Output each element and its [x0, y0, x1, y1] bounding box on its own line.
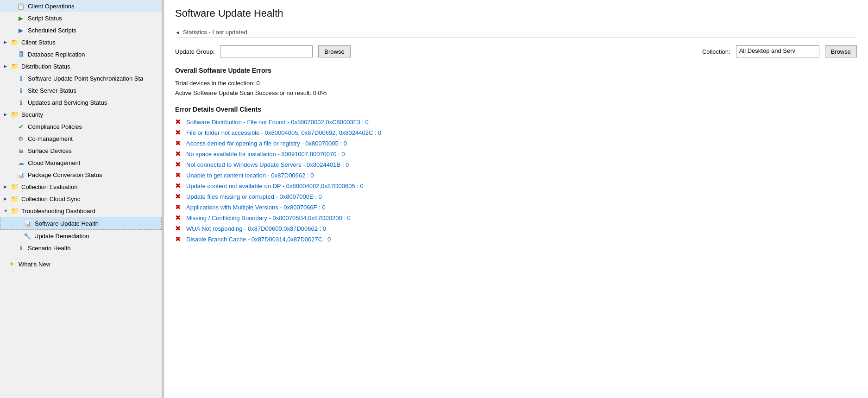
expand-arrow: ▶ — [4, 196, 9, 201]
sidebar: 📋Client Operations▶Script Status▶Schedul… — [0, 0, 162, 398]
sidebar-item-label: Updates and Servicing Status — [28, 99, 107, 106]
sidebar-item-collection-cloud-sync[interactable]: ▶📁Collection Cloud Sync — [0, 193, 162, 205]
error-details-title: Error Details Overall Clients — [175, 106, 857, 113]
arrow-icon: ▶ — [17, 14, 25, 22]
sidebar-item-collection-evaluation[interactable]: ▶📁Collection Evaluation — [0, 181, 162, 193]
error-icon: ✖ — [175, 160, 182, 169]
sidebar-item-site-server-status[interactable]: ℹSite Server Status — [0, 84, 162, 96]
arrow-blue-icon: ▶ — [17, 26, 25, 34]
sidebar-item-label: What's New — [19, 261, 50, 268]
error-icon: ✖ — [175, 214, 182, 222]
update-group-input[interactable] — [220, 45, 313, 57]
sidebar-item-scenario-health[interactable]: ℹScenario Health — [0, 242, 162, 254]
info-icon: ℹ — [17, 86, 25, 95]
error-link[interactable]: File or folder not accessible - 0x800040… — [186, 129, 381, 136]
error-link[interactable]: WUA Not responding - 0x87D00600,0x87D006… — [186, 225, 326, 232]
sidebar-item-database-replication[interactable]: 🗄Database Replication — [0, 48, 162, 60]
overall-errors-title: Overall Software Update Errors — [175, 67, 857, 74]
sidebar-item-co-management[interactable]: ⚙Co-management — [0, 133, 162, 145]
wrench-icon: 🔧 — [23, 232, 31, 240]
sidebar-item-surface-devices[interactable]: 🖥Surface Devices — [0, 145, 162, 157]
folder-icon: 📁 — [10, 110, 19, 119]
error-icon: ✖ — [175, 150, 182, 158]
error-link[interactable]: Missing / Conflicting Boundary - 0x80070… — [186, 215, 351, 221]
info-icon: ℹ — [17, 98, 25, 107]
expand-arrow: ▶ — [4, 40, 9, 44]
sidebar-item-label: Software Update Health — [35, 220, 99, 227]
error-icon: ✖ — [175, 235, 182, 243]
error-link[interactable]: Applications with Multiple Versions - 0x… — [186, 204, 326, 211]
error-list-item: ✖No space available for installation - 8… — [175, 150, 857, 158]
error-icon: ✖ — [175, 118, 182, 126]
error-link[interactable]: Software Distribution - File not Found -… — [186, 119, 369, 126]
sidebar-item-whats-new[interactable]: ✦ What's New — [0, 258, 162, 270]
folder-icon: 📁 — [10, 62, 19, 70]
error-icon: ✖ — [175, 224, 182, 233]
error-link[interactable]: No space available for installation - 80… — [186, 151, 345, 158]
sidebar-item-label: Script Status — [28, 15, 62, 22]
error-list: ✖Software Distribution - File not Found … — [175, 118, 857, 243]
scenario-icon: ℹ — [17, 244, 25, 252]
error-list-item: ✖Software Distribution - File not Found … — [175, 118, 857, 126]
scan-success-label: Active Software Update Scan Success or n… — [175, 89, 857, 96]
sidebar-item-label: Co-management — [28, 135, 73, 142]
sidebar-item-updates-servicing-status[interactable]: ℹUpdates and Servicing Status — [0, 96, 162, 108]
error-list-item: ✖Applications with Multiple Versions - 0… — [175, 203, 857, 211]
error-list-item: ✖Access denied for opening a file or reg… — [175, 139, 857, 147]
expand-arrow: ▶ — [4, 112, 9, 117]
sidebar-item-label: Surface Devices — [28, 147, 72, 154]
chart-icon: 📊 — [17, 171, 25, 179]
sidebar-item-scheduled-scripts[interactable]: ▶Scheduled Scripts — [0, 24, 162, 36]
sidebar-item-update-remediation[interactable]: 🔧Update Remediation — [0, 230, 162, 242]
error-link[interactable]: Access denied for opening a file or regi… — [186, 140, 347, 147]
expand-arrow: ▼ — [4, 208, 9, 213]
cloud-icon: ☁ — [17, 158, 25, 167]
chart-blue-icon: 📊 — [24, 219, 32, 227]
folder-icon: 📁 — [10, 195, 19, 203]
stats-section-header[interactable]: ◄ Statistics - Last updated: — [175, 29, 857, 38]
check-icon: ✔ — [17, 122, 25, 131]
error-link[interactable]: Disable Branch Cache - 0x87D00314,0x87D0… — [186, 236, 331, 243]
error-link[interactable]: Update content not available on DP - 0x8… — [186, 183, 364, 190]
folder-icon: 📁 — [10, 207, 19, 215]
error-icon: ✖ — [175, 128, 182, 137]
error-icon: ✖ — [175, 171, 182, 179]
sidebar-item-label: Security — [21, 111, 43, 118]
sidebar-item-label: Scenario Health — [28, 245, 71, 252]
main-content: Software Update Health ◄ Statistics - La… — [164, 0, 868, 398]
sidebar-item-troubleshooting-dashboard[interactable]: ▼📁Troubleshooting Dashboard — [0, 205, 162, 217]
update-group-browse-button[interactable]: Browse — [318, 45, 350, 57]
sidebar-item-script-status[interactable]: ▶Script Status — [0, 12, 162, 24]
update-group-label: Update Group: — [175, 48, 214, 55]
sidebar-item-label: Software Update Point Synchronization St… — [28, 75, 143, 82]
folder-icon: 📁 — [10, 183, 19, 191]
error-list-item: ✖Disable Branch Cache - 0x87D00314,0x87D… — [175, 235, 857, 243]
collapse-arrow-icon: ◄ — [175, 30, 180, 35]
gear-icon: ⚙ — [17, 134, 25, 143]
error-link[interactable]: Unable to get content location - 0x87D00… — [186, 172, 314, 179]
folder-icon: 📁 — [10, 38, 19, 46]
sidebar-item-package-conversion-status[interactable]: 📊Package Conversion Status — [0, 169, 162, 181]
sidebar-item-label: Collection Evaluation — [21, 183, 77, 190]
sidebar-item-client-operations[interactable]: 📋Client Operations — [0, 0, 162, 12]
sidebar-item-label: Update Remediation — [34, 233, 89, 240]
expand-arrow: ▶ — [4, 184, 9, 189]
info-icon: ℹ — [17, 74, 25, 82]
sidebar-item-compliance-policies[interactable]: ✔Compliance Policies — [0, 120, 162, 133]
clipboard-icon: 📋 — [17, 2, 25, 10]
error-list-item: ✖File or folder not accessible - 0x80004… — [175, 128, 857, 137]
collection-browse-button[interactable]: Browse — [825, 45, 857, 57]
sidebar-item-cloud-management[interactable]: ☁Cloud Management — [0, 157, 162, 169]
error-icon: ✖ — [175, 192, 182, 201]
error-link[interactable]: Update files missing or corrupted - 0x80… — [186, 193, 322, 200]
error-link[interactable]: Not connected to Windows Update Servers … — [186, 161, 349, 168]
sidebar-item-software-update-health[interactable]: 📊Software Update Health — [0, 217, 162, 230]
sidebar-item-distribution-status[interactable]: ▶📁Distribution Status — [0, 60, 162, 72]
database-icon: 🗄 — [17, 50, 25, 58]
sidebar-item-software-update-point-sync[interactable]: ℹSoftware Update Point Synchronization S… — [0, 72, 162, 84]
collection-value: All Desktop and Serv — [736, 45, 819, 57]
sidebar-item-client-status[interactable]: ▶📁Client Status — [0, 36, 162, 48]
sidebar-item-security[interactable]: ▶📁Security — [0, 108, 162, 120]
sidebar-item-label: Package Conversion Status — [28, 171, 102, 178]
expand-arrow: ▶ — [4, 64, 9, 69]
